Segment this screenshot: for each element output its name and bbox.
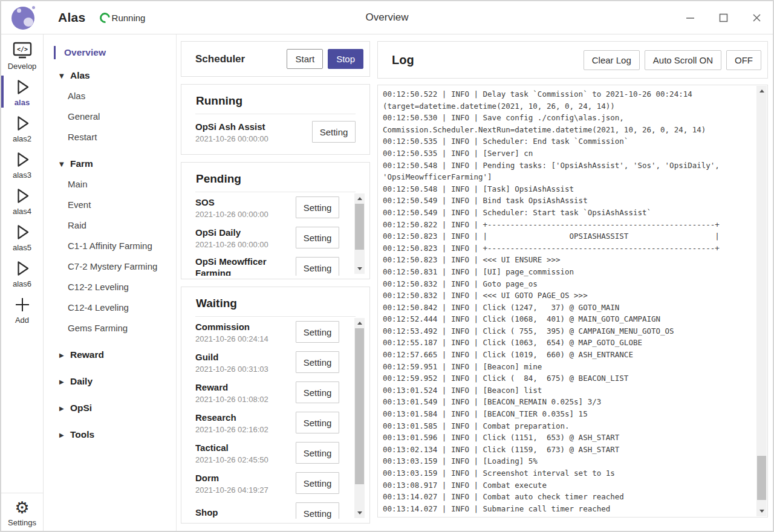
log-scrollbar[interactable] bbox=[756, 86, 767, 516]
nav-item[interactable]: C7-2 Mystery Farming bbox=[44, 256, 176, 277]
nav-item[interactable]: C12-4 Leveling bbox=[44, 297, 176, 318]
play-icon bbox=[13, 149, 32, 170]
task-time: 2021-10-26 02:16:02 bbox=[195, 425, 268, 434]
scrollbar-thumb[interactable] bbox=[757, 456, 766, 500]
nav-group-label: Tools bbox=[70, 429, 94, 440]
running-card: Running OpSi Ash Assist2021-10-26 00:00:… bbox=[181, 84, 370, 155]
task-name: Guild bbox=[195, 351, 268, 363]
sidebar-item-alas5[interactable]: alas5 bbox=[1, 219, 43, 255]
task-info: OpSi Ash Assist2021-10-26 00:00:00 bbox=[195, 121, 268, 143]
sidebar-item-develop[interactable]: </>Develop bbox=[1, 37, 43, 73]
task-info: Research2021-10-26 02:16:02 bbox=[195, 412, 268, 434]
sidebar-item-settings[interactable]: ⚙ Settings bbox=[1, 493, 43, 531]
sidebar-item-alas3[interactable]: alas3 bbox=[1, 146, 43, 182]
monitor-code-icon: </> bbox=[11, 41, 33, 61]
scroll-up-icon[interactable] bbox=[354, 193, 365, 204]
setting-button[interactable]: Setting bbox=[296, 472, 339, 494]
task-name: SOS bbox=[195, 196, 268, 208]
nav-group[interactable]: ▶Tools bbox=[44, 424, 176, 445]
nav-group[interactable]: ▼Alas bbox=[44, 65, 176, 86]
setting-button[interactable]: Setting bbox=[312, 121, 356, 143]
auto-scroll-off-button[interactable]: OFF bbox=[726, 50, 761, 70]
plus-icon bbox=[13, 294, 31, 315]
scroll-down-icon[interactable] bbox=[354, 264, 365, 274]
sidebar-item-alas2[interactable]: alas2 bbox=[1, 110, 43, 146]
nav-group[interactable]: ▶OpSi bbox=[44, 398, 176, 418]
setting-button[interactable]: Setting bbox=[296, 196, 339, 218]
play-icon bbox=[13, 222, 32, 242]
chevron-right-icon: ▶ bbox=[59, 345, 70, 366]
nav-group-label: Alas bbox=[70, 70, 90, 80]
pending-list[interactable]: SOS2021-10-26 00:00:00SettingOpSi Daily2… bbox=[195, 192, 356, 276]
app-name: Alas bbox=[58, 10, 86, 25]
scroll-down-icon[interactable] bbox=[756, 506, 767, 516]
nav-group[interactable]: ▶Reward bbox=[44, 345, 176, 365]
setting-button[interactable]: Setting bbox=[296, 381, 339, 403]
task-info: Guild2021-10-26 00:31:03 bbox=[195, 351, 268, 374]
log-viewport[interactable]: 00:12:50.522 | INFO | Delay task `Commis… bbox=[377, 85, 768, 517]
window-controls bbox=[682, 1, 764, 34]
stop-button[interactable]: Stop bbox=[328, 49, 363, 69]
sidebar-item-label: alas4 bbox=[13, 207, 31, 216]
nav-item[interactable]: Event bbox=[44, 195, 176, 215]
task-time: 2021-10-26 02:45:50 bbox=[195, 455, 268, 464]
task-name: Shop bbox=[195, 507, 218, 518]
nav-item-active[interactable]: Overview bbox=[54, 46, 176, 59]
nav-group[interactable]: ▶Daily bbox=[44, 371, 176, 392]
task-time: 2021-10-26 01:08:02 bbox=[195, 395, 268, 404]
nav-item[interactable]: Gems Farming bbox=[44, 318, 176, 339]
sidebar-item-add[interactable]: Add bbox=[1, 291, 43, 327]
chevron-right-icon: ▶ bbox=[59, 398, 70, 419]
task-row: OpSi Daily2021-10-26 00:00:00Setting bbox=[195, 222, 356, 253]
pending-card: Pending SOS2021-10-26 00:00:00SettingOpS… bbox=[181, 162, 370, 279]
setting-button[interactable]: Setting bbox=[296, 321, 339, 343]
task-row: Reward2021-10-26 01:08:02Setting bbox=[195, 377, 356, 407]
chevron-down-icon: ▼ bbox=[59, 154, 70, 175]
auto-scroll-on-button[interactable]: Auto Scroll ON bbox=[645, 50, 721, 70]
scrollbar-thumb[interactable] bbox=[355, 204, 364, 250]
title-bar: Alas Running Overview bbox=[1, 1, 773, 34]
start-button[interactable]: Start bbox=[287, 49, 323, 69]
waiting-scrollbar[interactable] bbox=[354, 318, 365, 518]
nav-group[interactable]: ▼Farm bbox=[44, 154, 176, 174]
pending-scrollbar[interactable] bbox=[354, 193, 365, 274]
nav-item[interactable]: C1-1 Affinity Farming bbox=[44, 236, 176, 256]
setting-button[interactable]: Setting bbox=[296, 257, 339, 276]
nav-item[interactable]: General bbox=[44, 106, 176, 127]
app-window: Alas Running Overview </>Developalasalas… bbox=[0, 0, 774, 532]
clear-log-button[interactable]: Clear Log bbox=[584, 50, 640, 70]
nav-item[interactable]: Main bbox=[44, 174, 176, 195]
nav-item[interactable]: Raid bbox=[44, 215, 176, 236]
sidebar-item-alas[interactable]: alas bbox=[1, 74, 43, 109]
sidebar-item-label: alas2 bbox=[13, 134, 31, 143]
maximize-icon[interactable] bbox=[715, 10, 731, 26]
nav-item[interactable]: Alas bbox=[44, 86, 176, 106]
scheduler-title: Scheduler bbox=[195, 53, 245, 65]
scrollbar-thumb[interactable] bbox=[355, 328, 364, 484]
sidebar-item-alas6[interactable]: alas6 bbox=[1, 255, 43, 291]
running-title: Running bbox=[195, 92, 356, 114]
setting-button[interactable]: Setting bbox=[296, 351, 339, 373]
setting-button[interactable]: Setting bbox=[296, 442, 339, 464]
sidebar-item-label: Add bbox=[15, 316, 29, 325]
waiting-list[interactable]: Commission2021-10-26 00:24:14SettingGuil… bbox=[195, 317, 356, 519]
sidebar-item-label: alas3 bbox=[13, 170, 31, 180]
setting-button[interactable]: Setting bbox=[296, 227, 339, 248]
task-name: Commission bbox=[195, 321, 268, 332]
scroll-down-icon[interactable] bbox=[354, 508, 365, 518]
scroll-up-icon[interactable] bbox=[354, 318, 365, 328]
chevron-right-icon: ▶ bbox=[59, 372, 70, 392]
chevron-down-icon: ▼ bbox=[59, 66, 70, 86]
scheduler-column: Scheduler Start Stop Running OpSi Ash As… bbox=[181, 34, 370, 531]
sidebar-item-alas4[interactable]: alas4 bbox=[1, 183, 43, 218]
setting-button[interactable]: Setting bbox=[296, 412, 339, 433]
nav-item[interactable]: C12-2 Leveling bbox=[44, 277, 176, 297]
minimize-icon[interactable] bbox=[682, 10, 698, 26]
sidebar-item-label: Settings bbox=[8, 518, 36, 527]
nav-item[interactable]: Restart bbox=[44, 127, 176, 148]
task-time: 2021-10-26 00:31:03 bbox=[195, 365, 268, 374]
close-icon[interactable] bbox=[749, 10, 764, 26]
task-info: SOS2021-10-26 00:00:00 bbox=[195, 196, 268, 219]
setting-button[interactable]: Setting bbox=[296, 502, 339, 519]
scroll-up-icon[interactable] bbox=[756, 86, 767, 96]
